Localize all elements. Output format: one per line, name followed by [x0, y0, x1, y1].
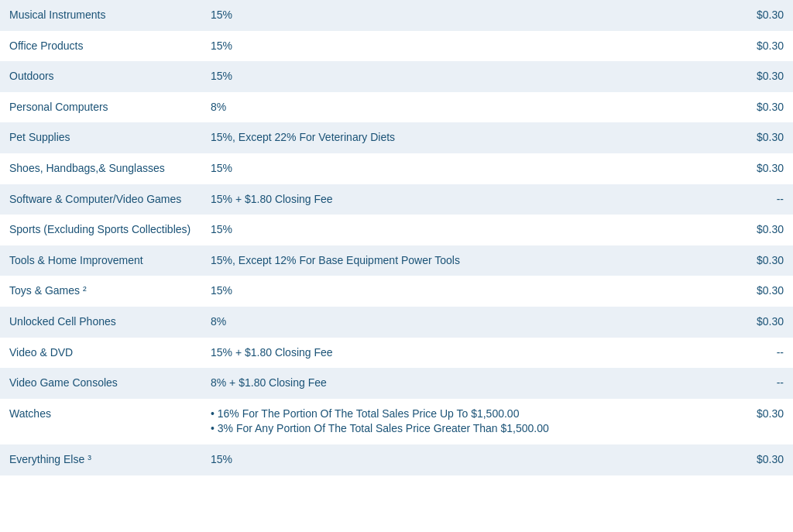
- min-fee-cell: --: [681, 184, 793, 215]
- category-cell: Software & Computer/Video Games: [0, 184, 201, 215]
- fee-cell: 15%: [201, 0, 681, 31]
- table-row: Personal Computers8%$0.30: [0, 92, 793, 123]
- category-cell: Watches: [0, 399, 201, 444]
- category-cell: Musical Instruments: [0, 0, 201, 31]
- table-row: Musical Instruments15%$0.30: [0, 0, 793, 31]
- min-fee-cell: $0.30: [681, 31, 793, 62]
- min-fee-cell: --: [681, 368, 793, 399]
- min-fee-cell: $0.30: [681, 245, 793, 276]
- category-cell: Personal Computers: [0, 92, 201, 123]
- min-fee-cell: $0.30: [681, 122, 793, 153]
- fee-line-2: • 3% For Any Portion Of The Total Sales …: [211, 421, 672, 437]
- min-fee-cell: $0.30: [681, 399, 793, 444]
- table-row: Everything Else ³15%$0.30: [0, 444, 793, 475]
- fee-cell: • 16% For The Portion Of The Total Sales…: [201, 399, 681, 444]
- fee-cell: 8%: [201, 92, 681, 123]
- min-fee-cell: $0.30: [681, 215, 793, 245]
- fee-cell: 15% + $1.80 Closing Fee: [201, 338, 681, 369]
- fee-cell: 15% + $1.80 Closing Fee: [201, 184, 681, 215]
- fee-cell: 15%: [201, 215, 681, 245]
- fee-cell: 15%: [201, 61, 681, 92]
- fee-table-container: Musical Instruments15%$0.30Office Produc…: [0, 0, 793, 475]
- min-fee-cell: $0.30: [681, 444, 793, 475]
- min-fee-cell: $0.30: [681, 276, 793, 307]
- fee-cell: 8% + $1.80 Closing Fee: [201, 368, 681, 399]
- min-fee-cell: $0.30: [681, 92, 793, 123]
- table-row: Pet Supplies15%, Except 22% For Veterina…: [0, 122, 793, 153]
- table-row: Office Products15%$0.30: [0, 31, 793, 62]
- fee-line-1: • 16% For The Portion Of The Total Sales…: [211, 407, 672, 422]
- fee-cell: 15%: [201, 276, 681, 307]
- category-cell: Sports (Excluding Sports Collectibles): [0, 215, 201, 245]
- referral-fee-table: Musical Instruments15%$0.30Office Produc…: [0, 0, 793, 475]
- category-cell: Outdoors: [0, 61, 201, 92]
- category-cell: Tools & Home Improvement: [0, 245, 201, 276]
- fee-cell: 15%, Except 22% For Veterinary Diets: [201, 122, 681, 153]
- category-cell: Video Game Consoles: [0, 368, 201, 399]
- table-row: Unlocked Cell Phones8%$0.30: [0, 307, 793, 338]
- category-cell: Video & DVD: [0, 338, 201, 369]
- table-row: Outdoors15%$0.30: [0, 61, 793, 92]
- category-cell: Office Products: [0, 31, 201, 62]
- table-row: Tools & Home Improvement15%, Except 12% …: [0, 245, 793, 276]
- category-cell: Everything Else ³: [0, 444, 201, 475]
- min-fee-cell: $0.30: [681, 153, 793, 184]
- category-cell: Shoes, Handbags,& Sunglasses: [0, 153, 201, 184]
- category-cell: Toys & Games ²: [0, 276, 201, 307]
- category-cell: Pet Supplies: [0, 122, 201, 153]
- fee-cell: 15%, Except 12% For Base Equipment Power…: [201, 245, 681, 276]
- min-fee-cell: --: [681, 338, 793, 369]
- table-row: Watches• 16% For The Portion Of The Tota…: [0, 399, 793, 444]
- fee-cell: 15%: [201, 444, 681, 475]
- table-row: Video & DVD15% + $1.80 Closing Fee--: [0, 338, 793, 369]
- table-row: Software & Computer/Video Games15% + $1.…: [0, 184, 793, 215]
- min-fee-cell: $0.30: [681, 61, 793, 92]
- category-cell: Unlocked Cell Phones: [0, 307, 201, 338]
- table-row: Toys & Games ²15%$0.30: [0, 276, 793, 307]
- table-row: Shoes, Handbags,& Sunglasses15%$0.30: [0, 153, 793, 184]
- min-fee-cell: $0.30: [681, 307, 793, 338]
- fee-cell: 15%: [201, 153, 681, 184]
- table-row: Sports (Excluding Sports Collectibles)15…: [0, 215, 793, 245]
- table-row: Video Game Consoles8% + $1.80 Closing Fe…: [0, 368, 793, 399]
- fee-cell: 8%: [201, 307, 681, 338]
- min-fee-cell: $0.30: [681, 0, 793, 31]
- fee-cell: 15%: [201, 31, 681, 62]
